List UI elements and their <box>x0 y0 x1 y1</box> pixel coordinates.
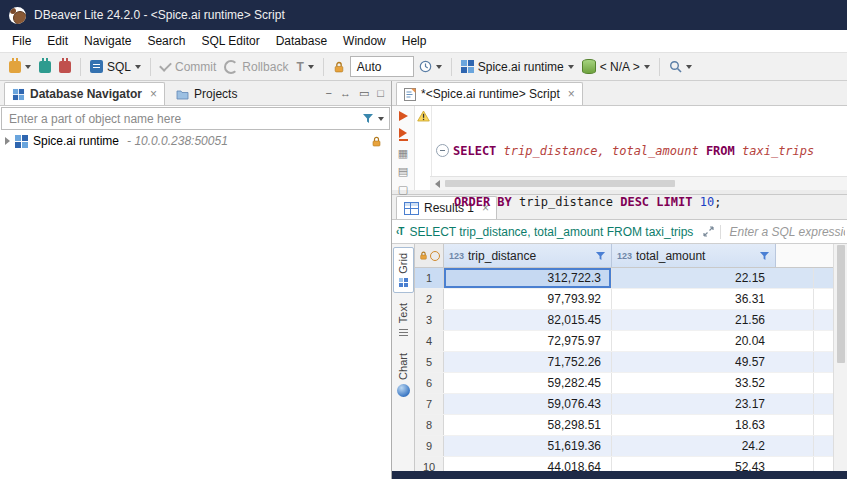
chevron-down-icon <box>686 65 692 72</box>
cell-total-amount[interactable]: 24.2 <box>612 436 814 456</box>
explain-plan-icon[interactable]: ▦ <box>398 148 408 159</box>
table-row[interactable]: 5 71,752.26 49.57 <box>415 352 833 373</box>
close-icon[interactable]: × <box>150 88 157 100</box>
cell-trip-distance[interactable]: 97,793.92 <box>444 289 612 309</box>
cell-total-amount[interactable]: 22.15 <box>612 268 814 288</box>
presentation-tab-text[interactable]: Text <box>394 298 413 343</box>
menu-help[interactable]: Help <box>394 31 435 52</box>
scrollbar-thumb[interactable] <box>837 245 845 363</box>
commit-button[interactable]: Commit <box>157 58 219 76</box>
tab-database-navigator[interactable]: Database Navigator × <box>4 82 165 105</box>
execute-script-icon[interactable] <box>399 128 408 141</box>
cell-total-amount[interactable]: 49.57 <box>612 352 814 372</box>
presentation-tab-grid[interactable]: Grid <box>393 247 414 293</box>
column-header-total-amount[interactable]: 123 total_amount <box>612 244 776 267</box>
navigator-filter <box>1 107 390 130</box>
grid-corner[interactable] <box>415 244 444 267</box>
cell-total-amount[interactable]: 36.31 <box>612 289 814 309</box>
cell-trip-distance[interactable]: 82,015.45 <box>444 310 612 330</box>
table-row[interactable]: 9 51,619.36 24.2 <box>415 436 833 457</box>
presentation-tab-chart[interactable]: Chart <box>394 348 413 402</box>
sql-editor-button[interactable]: SQL <box>87 58 144 76</box>
custom-filter-icon[interactable]: ‹T <box>396 226 403 237</box>
tab-sql-script[interactable]: *<Spice.ai runtime> Script × <box>396 82 583 105</box>
connection-icon <box>15 135 28 148</box>
close-icon[interactable]: × <box>568 88 575 100</box>
editor-horizontal-scrollbar[interactable] <box>430 176 847 190</box>
row-number[interactable]: 1 <box>415 268 444 288</box>
cell-total-amount[interactable]: 18.63 <box>612 415 814 435</box>
row-number[interactable]: 6 <box>415 373 444 393</box>
scrollbar-thumb[interactable] <box>445 180 675 187</box>
column-header-trip-distance[interactable]: 123 trip_distance <box>444 244 612 267</box>
rollback-button[interactable]: Rollback <box>221 58 291 76</box>
cell-trip-distance[interactable]: 59,076.43 <box>444 394 612 414</box>
menu-window[interactable]: Window <box>335 31 394 52</box>
navigator-filter-input[interactable] <box>7 111 358 127</box>
menu-navigate[interactable]: Navigate <box>76 31 139 52</box>
new-connection-button[interactable] <box>6 59 34 75</box>
cell-trip-distance[interactable]: 59,282.45 <box>444 373 612 393</box>
disconnect-button[interactable] <box>56 59 74 75</box>
cell-trip-distance[interactable]: 71,752.26 <box>444 352 612 372</box>
fold-icon[interactable] <box>436 144 449 157</box>
menu-database[interactable]: Database <box>268 31 335 52</box>
expander-icon[interactable] <box>5 137 10 145</box>
search-icon <box>669 60 682 73</box>
table-row[interactable]: 4 72,975.97 20.04 <box>415 331 833 352</box>
cell-trip-distance[interactable]: 51,619.36 <box>444 436 612 456</box>
row-number[interactable]: 9 <box>415 436 444 456</box>
table-row[interactable]: 8 58,298.51 18.63 <box>415 415 833 436</box>
table-row[interactable]: 7 59,076.43 23.17 <box>415 394 833 415</box>
tree-item-connection[interactable]: Spice.ai runtime - 10.0.0.238:50051 <box>0 131 391 151</box>
results-vertical-scrollbar[interactable] <box>833 244 847 471</box>
cell-total-amount[interactable]: 23.17 <box>612 394 814 414</box>
scroll-left-icon[interactable] <box>435 180 440 188</box>
minimize-icon[interactable]: ▭ <box>359 87 369 100</box>
window-title: DBeaver Lite 24.2.0 - <Spice.ai runtime>… <box>34 8 285 22</box>
autocommit-lock-button[interactable] <box>330 59 348 75</box>
chevron-down-icon[interactable] <box>378 117 384 124</box>
header-filler <box>776 244 833 267</box>
editor-tab-bar: *<Spice.ai runtime> Script × <box>392 81 847 106</box>
menu-sql-editor[interactable]: SQL Editor <box>193 31 267 52</box>
cell-trip-distance[interactable]: 72,975.97 <box>444 331 612 351</box>
cell-total-amount[interactable]: 20.04 <box>612 331 814 351</box>
table-row[interactable]: 6 59,282.45 33.52 <box>415 373 833 394</box>
row-number[interactable]: 3 <box>415 310 444 330</box>
menu-search[interactable]: Search <box>139 31 193 52</box>
maximize-icon[interactable]: □ <box>377 87 384 99</box>
editor-panel-icon[interactable]: ▤ <box>398 166 408 177</box>
connect-button[interactable] <box>36 59 54 75</box>
transaction-mode-combo[interactable]: Auto <box>350 56 414 77</box>
table-row[interactable]: 3 82,015.45 21.56 <box>415 310 833 331</box>
menu-edit[interactable]: Edit <box>39 31 76 52</box>
row-number[interactable]: 7 <box>415 394 444 414</box>
filter-sort-icon[interactable] <box>759 251 770 261</box>
active-schema-selector[interactable]: < N/A > <box>579 57 653 76</box>
row-number[interactable]: 4 <box>415 331 444 351</box>
menu-file[interactable]: File <box>4 31 39 52</box>
link-with-editor-icon[interactable]: ↔ <box>340 87 351 99</box>
table-row[interactable]: 1 312,722.3 22.15 <box>415 268 833 289</box>
row-number[interactable]: 2 <box>415 289 444 309</box>
cell-trip-distance[interactable]: 58,298.51 <box>444 415 612 435</box>
row-number[interactable]: 8 <box>415 415 444 435</box>
search-button[interactable] <box>666 58 695 75</box>
cell-total-amount[interactable]: 33.52 <box>612 373 814 393</box>
cell-total-amount[interactable]: 21.56 <box>612 310 814 330</box>
collapse-all-icon[interactable]: − <box>326 87 332 99</box>
output-panel-icon[interactable]: ▢ <box>398 184 408 195</box>
execute-statement-icon[interactable] <box>399 111 408 121</box>
tab-projects[interactable]: Projects <box>169 83 244 105</box>
row-number[interactable]: 5 <box>415 352 444 372</box>
transaction-mode-button[interactable]: T <box>293 58 316 76</box>
active-connection-selector[interactable]: Spice.ai runtime <box>458 58 577 76</box>
filter-sort-icon[interactable] <box>595 251 606 261</box>
filter-funnel-icon[interactable] <box>362 113 374 124</box>
query-history-button[interactable] <box>416 58 445 75</box>
table-row[interactable]: 2 97,793.92 36.31 <box>415 289 833 310</box>
numeric-type-icon: 123 <box>449 251 464 261</box>
results-grid-icon <box>404 202 419 215</box>
cell-trip-distance[interactable]: 312,722.3 <box>444 268 612 288</box>
